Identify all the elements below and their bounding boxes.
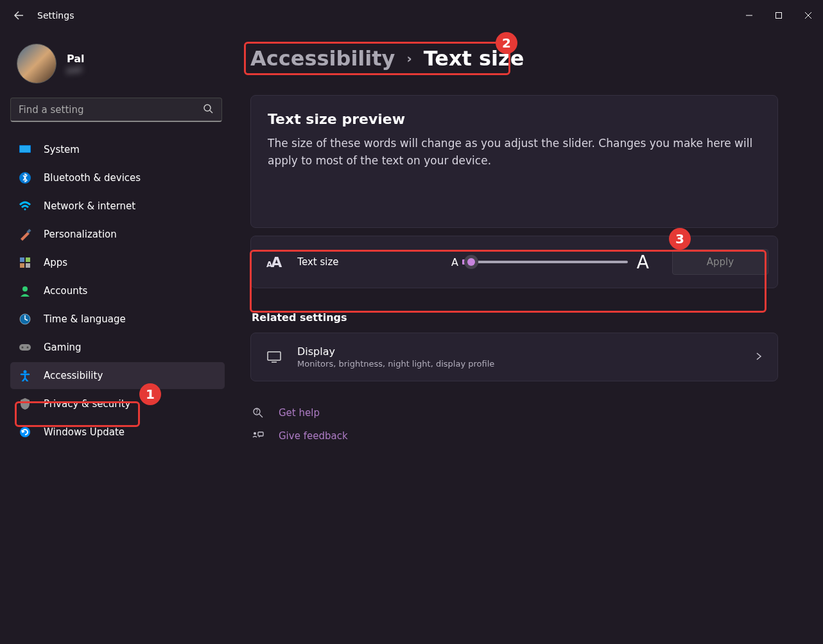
search-wrap <box>10 98 225 122</box>
search-input[interactable] <box>10 98 222 122</box>
svg-point-22 <box>20 427 30 437</box>
svg-rect-23 <box>268 352 281 360</box>
link-label: Get help <box>279 407 320 419</box>
text-size-slider[interactable] <box>467 261 628 263</box>
nav-label: Accounts <box>44 285 87 297</box>
user-name: Pal <box>67 53 85 65</box>
slider-min-label: A <box>451 256 458 268</box>
preview-description: The size of these words will change as y… <box>268 135 761 170</box>
sidebar-item-apps[interactable]: Apps <box>10 249 225 276</box>
person-icon <box>18 284 32 298</box>
update-icon <box>18 425 32 439</box>
svg-rect-13 <box>20 263 24 268</box>
svg-point-21 <box>24 370 27 374</box>
avatar <box>17 44 56 83</box>
nav-label: Accessibility <box>44 370 103 381</box>
minimize-icon <box>745 12 753 19</box>
nav-list: System Bluetooth & devices Network & int… <box>10 136 225 446</box>
svg-point-20 <box>27 347 29 349</box>
back-button[interactable] <box>13 10 24 21</box>
maximize-button[interactable] <box>764 5 793 26</box>
svg-rect-1 <box>776 13 782 19</box>
svg-point-15 <box>22 286 28 292</box>
sidebar-item-windows-update[interactable]: Windows Update <box>10 419 225 446</box>
annotation-marker-2: 2 <box>496 32 517 54</box>
minimize-button[interactable] <box>734 5 764 26</box>
annotation-marker-1: 1 <box>139 383 161 405</box>
nav-label: Personalization <box>44 229 117 240</box>
svg-rect-12 <box>26 257 30 262</box>
slider-max-label: A <box>637 252 649 273</box>
text-size-icon: AA <box>266 254 282 270</box>
brush-icon <box>18 227 32 241</box>
titlebar: Settings <box>0 0 823 31</box>
nav-label: Apps <box>44 257 67 268</box>
svg-rect-7 <box>20 146 30 152</box>
sidebar-item-system[interactable]: System <box>10 136 225 163</box>
nav-label: System <box>44 144 80 155</box>
nav-label: Bluetooth & devices <box>44 172 141 184</box>
window-title: Settings <box>37 10 74 21</box>
sidebar-item-gaming[interactable]: Gaming <box>10 334 225 361</box>
svg-text:?: ? <box>256 409 258 415</box>
nav-label: Windows Update <box>44 426 125 438</box>
svg-point-28 <box>254 432 256 435</box>
monitor-icon <box>18 143 32 157</box>
gamepad-icon <box>18 340 32 354</box>
sidebar-item-accounts[interactable]: Accounts <box>10 277 225 304</box>
user-account-row[interactable]: Pal pall <box>10 44 225 83</box>
svg-rect-14 <box>26 263 30 268</box>
related-title: Display <box>297 345 494 358</box>
svg-point-19 <box>22 347 24 349</box>
help-icon: ? <box>252 407 264 419</box>
text-size-slider-card: AA Text size A A Apply <box>250 236 778 288</box>
related-display-card[interactable]: Display Monitors, brightness, night ligh… <box>250 333 778 381</box>
user-email: pall <box>67 65 85 74</box>
content-area: Accessibility › Text size Text size prev… <box>231 33 823 644</box>
apply-button[interactable]: Apply <box>672 249 768 275</box>
link-label: Give feedback <box>279 430 348 442</box>
clock-globe-icon <box>18 312 32 326</box>
shield-icon <box>18 397 32 411</box>
get-help-link[interactable]: ? Get help <box>250 407 778 419</box>
svg-line-27 <box>259 414 263 417</box>
text-size-preview-card: Text size preview The size of these word… <box>250 95 778 228</box>
breadcrumb-parent[interactable]: Accessibility <box>250 46 395 71</box>
svg-rect-11 <box>20 257 24 262</box>
sidebar-item-network[interactable]: Network & internet <box>10 193 225 220</box>
nav-label: Time & language <box>44 313 126 325</box>
nav-label: Gaming <box>44 342 82 353</box>
nav-label: Network & internet <box>44 200 135 212</box>
svg-rect-29 <box>258 432 263 436</box>
slider-thumb[interactable] <box>464 255 478 269</box>
sidebar-item-bluetooth[interactable]: Bluetooth & devices <box>10 164 225 191</box>
display-icon <box>266 351 282 363</box>
chevron-right-icon: › <box>406 51 412 66</box>
arrow-left-icon <box>13 10 24 21</box>
sidebar-item-personalization[interactable]: Personalization <box>10 221 225 248</box>
chevron-right-icon <box>756 351 762 363</box>
svg-point-9 <box>24 209 26 211</box>
sidebar: Pal pall System Bluetooth & devices Netw… <box>0 33 231 644</box>
annotation-marker-3: 3 <box>669 228 691 250</box>
bluetooth-icon <box>18 171 32 185</box>
apps-icon <box>18 256 32 270</box>
slider-label: Text size <box>297 256 338 268</box>
close-button[interactable] <box>793 5 823 26</box>
sidebar-item-privacy[interactable]: Privacy & security <box>10 390 225 417</box>
related-desc: Monitors, brightness, night light, displ… <box>297 359 494 369</box>
give-feedback-link[interactable]: Give feedback <box>250 430 778 442</box>
maximize-icon <box>775 12 783 19</box>
sidebar-item-accessibility[interactable]: Accessibility <box>10 362 225 389</box>
svg-rect-18 <box>19 344 31 351</box>
wifi-icon <box>18 199 32 213</box>
close-icon <box>804 12 812 19</box>
preview-title: Text size preview <box>268 111 761 127</box>
sidebar-item-time-language[interactable]: Time & language <box>10 306 225 333</box>
nav-label: Privacy & security <box>44 398 130 410</box>
accessibility-icon <box>18 369 32 383</box>
feedback-icon <box>252 431 264 441</box>
related-settings-heading: Related settings <box>250 311 778 324</box>
